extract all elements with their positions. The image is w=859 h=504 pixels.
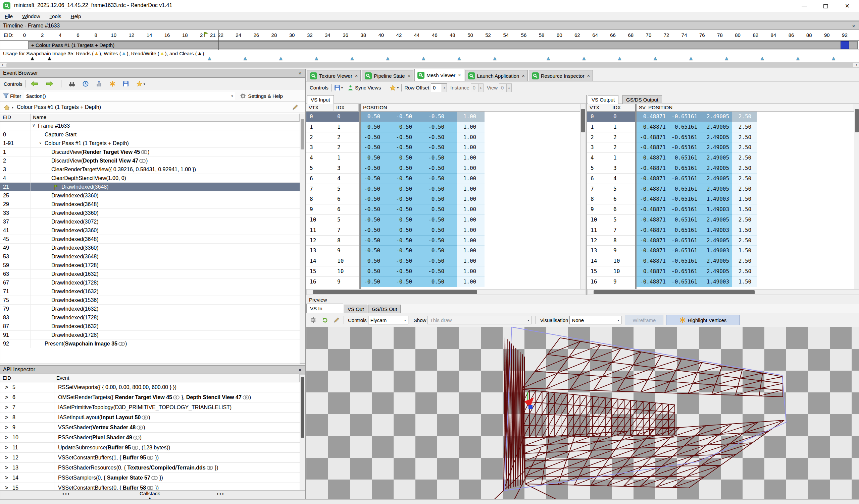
menu-help[interactable]: Help [66,12,86,20]
colour-pass-bar[interactable]: + Colour Pass #1 (1 Targets + Depth) [28,41,858,49]
vertex-row[interactable]: 1510 0.48871-0.65161 2.49005 2.50 [587,266,859,277]
write-marker-icon[interactable]: ▲ [385,56,391,61]
event-browser-vscrollbar[interactable] [300,114,305,364]
vertex-row[interactable]: 1410 0.50-0.50-0.50 1.00 [306,256,586,266]
write-marker-icon[interactable]: ▲ [581,56,587,61]
vertex-row[interactable]: 139-0.50-0.50 0.50 1.00 [306,246,586,256]
tab-resource-inspector[interactable]: Resource Inspector× [529,70,593,81]
preview-tab-vs-in[interactable]: VS In [306,304,343,313]
api-inspector-vscrollbar[interactable] [300,374,305,490]
write-marker-icon[interactable]: ▲ [759,56,765,61]
settings-gear-icon[interactable] [240,93,246,99]
event-row[interactable]: 29DrawIndexed(3648) [0,200,300,209]
expand-chevron-icon[interactable]: > [5,382,8,392]
arrow-left-icon[interactable] [30,81,38,86]
star-menu-icon[interactable] [390,85,396,91]
write-marker-icon[interactable]: ▲ [421,56,426,61]
expander-icon[interactable]: ∨ [39,139,42,147]
vertex-row[interactable]: 64-0.48871-0.65161 2.49005 2.50 [587,174,859,184]
save-icon[interactable] [334,85,340,91]
vertex-row[interactable]: 32-0.48871-0.65161 2.49005 2.50 [587,142,859,153]
breadcrumb-dropdown-icon[interactable]: ▾ [12,106,13,109]
vertex-row[interactable]: 22-0.50-0.50-0.50 1.00 [306,132,586,143]
event-row[interactable]: 83DrawIndexed(1728) [0,313,300,322]
maximize-button[interactable] [815,0,837,12]
event-row[interactable]: 75DrawIndexed(1536) [0,296,300,304]
preview-tab-vs-out[interactable]: VS Out [344,304,367,313]
event-row[interactable]: 4ClearDepthStencilView(1.00, 0) [0,174,300,183]
event-row[interactable]: 91DrawIndexed(1728) [0,331,300,340]
write-marker-icon[interactable]: ▲ [546,56,551,61]
write-marker-icon[interactable]: ▲ [724,56,729,61]
tab-launch-application[interactable]: Launch Application× [465,70,528,81]
menu-file[interactable]: File [0,12,17,20]
row-offset-input[interactable]: 0 ▲▼ [431,83,447,92]
event-row[interactable]: 92Present(Swapchain Image 35) [0,340,300,348]
write-marker-icon[interactable]: ▲ [207,56,212,61]
expand-chevron-icon[interactable]: > [5,392,8,403]
preview-tab-gs-ds-out[interactable]: GS/DS Out [368,304,401,313]
api-event-row[interactable]: >11UpdateSubresource(Buffer 95, (128 byt… [0,443,300,453]
tab-close-icon[interactable]: × [522,73,525,78]
tab-close-icon[interactable]: × [587,73,590,78]
vertex-row[interactable]: 1510 0.50-0.50-0.50 1.00 [306,266,586,277]
vertex-row[interactable]: 86-0.48871-0.65161 1.49003 1.50 [587,194,859,204]
write-marker-icon[interactable]: ▲ [831,56,837,61]
minimize-button[interactable] [794,0,815,12]
write-marker-icon[interactable]: ▲ [492,56,498,61]
vertex-row[interactable]: 169-0.50-0.50 0.50 1.00 [306,277,586,287]
event-row[interactable]: 63DrawIndexed(1632) [0,270,300,279]
api-event-row[interactable]: >14PSSetSamplers(0, { Sampler State 57 }… [0,473,300,483]
vs-input-table[interactable]: VTXIDXPOSITION00 0.50-0.50-0.50 1.0011 0… [306,104,586,295]
vertex-row[interactable]: 117-0.48871 0.65161 1.49003 1.50 [587,225,859,236]
sync-views-toggle[interactable]: Sync Views [355,85,381,91]
expand-chevron-icon[interactable]: > [5,432,8,443]
edit-pencil-icon[interactable] [292,104,298,110]
dock-grip[interactable]: ••• [62,491,71,497]
vertex-row[interactable]: 64-0.50-0.50-0.50 1.00 [306,174,586,184]
vertex-row[interactable]: 00 0.48871-0.65161 2.49005 2.50 [587,112,859,122]
vertex-row[interactable]: 117-0.50 0.50 0.50 1.00 [306,225,586,236]
settings-help-link[interactable]: Settings & Help [248,93,283,99]
write-marker-icon[interactable]: ▲ [314,56,319,61]
pick-vertex-icon[interactable] [333,317,340,323]
api-event-row[interactable]: >12VSSetConstantBuffers(1, { Buffer 95 }… [0,453,300,463]
vertex-row[interactable]: 11 0.48871 0.65161 2.49005 2.50 [587,122,859,132]
gear-icon[interactable] [311,317,316,323]
vertex-row[interactable]: 96-0.50-0.50 0.50 1.00 [306,204,586,215]
close-button[interactable]: × [837,0,858,12]
vertex-row[interactable]: 139-0.48871-0.65161 1.49003 1.50 [587,246,859,256]
event-row[interactable]: 53DrawIndexed(3648) [0,252,300,261]
tab-mesh-viewer[interactable]: Mesh Viewer× [415,69,464,81]
visualisation-select[interactable]: None▾ [569,316,621,325]
vertex-row[interactable]: 53-0.48871 0.65161 2.49005 2.50 [587,163,859,174]
tab-vs-output[interactable]: VS Output [588,95,618,104]
api-event-row[interactable]: >15VSSetConstantBuffers(0, { Buffer 58 }… [0,483,300,490]
tab-pipeline-state[interactable]: Pipeline State× [362,70,413,81]
table-hscrollbar[interactable] [587,289,859,295]
vertex-row[interactable]: 128-0.48871-0.65161 2.49005 2.50 [587,236,859,246]
event-row[interactable]: 45DrawIndexed(3648) [0,235,300,243]
expand-chevron-icon[interactable]: > [5,473,8,483]
tab-close-icon[interactable]: × [408,73,410,78]
vertex-row[interactable]: 105-0.50 0.50-0.50 1.00 [306,215,586,225]
clock-icon[interactable] [82,81,89,87]
sync-person-icon[interactable] [348,85,353,91]
expand-chevron-icon[interactable]: > [5,423,8,432]
vertex-row[interactable]: 169-0.48871-0.65161 1.49003 1.50 [587,277,859,287]
vertex-row[interactable]: 75-0.48871 0.65161 2.49005 2.50 [587,184,859,194]
event-row[interactable]: 59DrawIndexed(1728) [0,261,300,270]
vertex-row[interactable]: 75-0.50 0.50-0.50 1.00 [306,184,586,194]
event-row[interactable]: 25DrawIndexed(3360) [0,191,300,200]
table-vscrollbar[interactable] [580,104,586,289]
mesh-preview-viewport[interactable] [306,327,859,499]
timeline-hscrollbar[interactable]: ‹ › [0,62,859,68]
menu-tools[interactable]: Tools [45,12,66,20]
event-row[interactable]: ∨Frame #1633 [0,122,300,130]
expand-chevron-icon[interactable]: > [5,443,8,453]
event-row[interactable]: 79DrawIndexed(1632) [0,304,300,313]
write-marker-icon[interactable]: ▲ [617,56,622,61]
vertex-row[interactable]: 105-0.48871 0.65161 2.49005 2.50 [587,215,859,225]
vertex-row[interactable]: 22-0.48871-0.65161 2.49005 2.50 [587,132,859,143]
api-event-row[interactable]: >8IASetInputLayout(Input Layout 50) [0,412,300,423]
